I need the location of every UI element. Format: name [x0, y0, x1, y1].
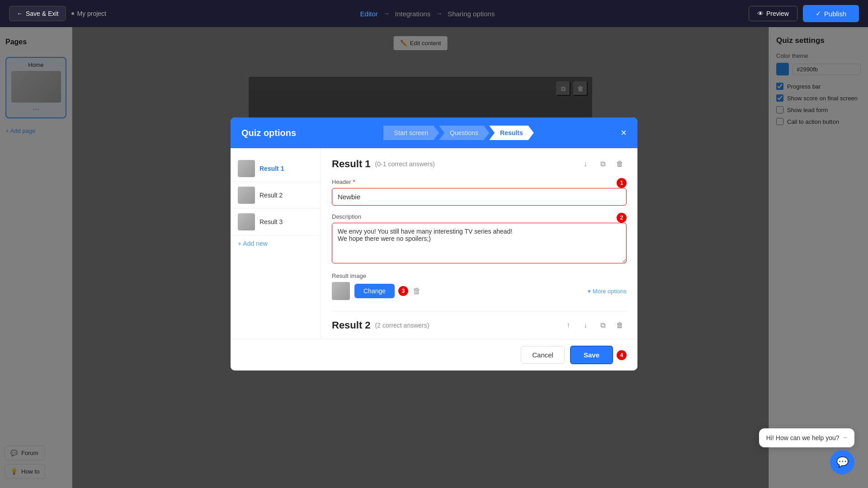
- checkmark-icon: ✓: [816, 9, 821, 18]
- badge-2: 2: [617, 213, 627, 223]
- nav-steps: Editor → Integrations → Sharing options: [360, 10, 495, 18]
- modal-body: Result 1 Result 2 Result 3 + Add new: [231, 148, 637, 339]
- nav-step-editor[interactable]: Editor: [360, 10, 378, 18]
- result-2-section: Result 2 (2 correct answers) ↑ ↓ ⧉ 🗑 Hea…: [332, 311, 627, 339]
- result-2-actions: ↑ ↓ ⧉ 🗑: [561, 319, 627, 332]
- result-item-1[interactable]: Result 1: [231, 155, 321, 182]
- description-label-row: Description 2: [332, 213, 627, 223]
- add-new-result-button[interactable]: + Add new: [231, 235, 321, 252]
- result-item-2[interactable]: Result 2: [231, 182, 321, 209]
- nav-arrow-2: →: [436, 10, 442, 17]
- chat-fab-button[interactable]: 💬: [830, 450, 854, 474]
- result-image-label: Result image: [332, 272, 627, 279]
- result-2-move-up-button[interactable]: ↑: [561, 319, 575, 332]
- nav-step-integrations[interactable]: Integrations: [395, 10, 430, 18]
- result-1-header-field: Header * 1: [332, 178, 627, 206]
- result-1-image-thumb: [332, 282, 350, 300]
- dot-icon: [71, 12, 74, 15]
- result-3-thumbnail: [238, 213, 255, 230]
- result-2-subtitle: (2 correct answers): [375, 322, 429, 329]
- modal-footer: Cancel Save 4: [231, 339, 637, 371]
- modal-step-questions[interactable]: Questions: [439, 126, 489, 140]
- modal-step-results[interactable]: Results: [489, 126, 534, 140]
- result-2-header-row: Result 2 (2 correct answers) ↑ ↓ ⧉ 🗑: [332, 311, 627, 332]
- result-1-section: Result 1 (0-1 correct answers) ↓ ⧉ 🗑 Hea…: [332, 157, 627, 300]
- modal-step-start-screen[interactable]: Start screen: [383, 126, 439, 140]
- project-name: My project: [71, 10, 106, 17]
- result-1-thumb: [332, 282, 350, 300]
- result-1-label: Result 1: [259, 165, 284, 172]
- image-controls-row: Change 3 🗑 ▾ More options: [332, 282, 627, 300]
- result-1-delete-image-button[interactable]: 🗑: [413, 286, 421, 296]
- nav-right: 👁 Preview ✓ Publish: [749, 5, 859, 22]
- result-1-move-down-button[interactable]: ↓: [579, 157, 592, 171]
- chat-bubble: Hi! How can we help you? −: [759, 428, 854, 447]
- result-2-label: Result 2: [259, 192, 283, 199]
- result-1-delete-button[interactable]: 🗑: [613, 157, 627, 171]
- result-1-description-field: Description 2 We envy you! You still hav…: [332, 213, 627, 265]
- header-field-label: Header *: [332, 178, 355, 185]
- nav-step-sharing[interactable]: Sharing options: [448, 10, 495, 18]
- result-1-change-image-button[interactable]: Change: [354, 284, 395, 298]
- badge-3: 3: [398, 286, 408, 296]
- save-button[interactable]: Save: [570, 346, 613, 364]
- result-1-title: Result 1: [332, 158, 371, 170]
- badge-1: 1: [617, 178, 627, 188]
- result-3-label: Result 3: [259, 218, 283, 225]
- modal-title: Quiz options: [241, 128, 296, 138]
- messenger-icon: 💬: [836, 456, 849, 468]
- result-1-subtitle: (0-1 correct answers): [375, 160, 435, 168]
- top-navigation: ← Save & Exit My project Editor → Integr…: [0, 0, 868, 27]
- preview-button[interactable]: 👁 Preview: [749, 6, 797, 21]
- result-3-thumb-image: [238, 213, 255, 230]
- result-2-move-down-button[interactable]: ↓: [579, 319, 592, 332]
- result-2-title: Result 2: [332, 319, 371, 331]
- nav-arrow-1: →: [383, 10, 390, 17]
- result-2-title-group: Result 2 (2 correct answers): [332, 319, 429, 331]
- result-1-title-group: Result 1 (0-1 correct answers): [332, 158, 435, 170]
- result-2-duplicate-button[interactable]: ⧉: [596, 319, 609, 332]
- publish-button[interactable]: ✓ Publish: [803, 5, 859, 22]
- chat-message: Hi! How can we help you?: [766, 434, 840, 441]
- result-1-more-options-button[interactable]: ▾ More options: [588, 288, 627, 295]
- header-label-row: Header * 1: [332, 178, 627, 188]
- result-1-header-row: Result 1 (0-1 correct answers) ↓ ⧉ 🗑: [332, 157, 627, 171]
- result-2-thumbnail: [238, 187, 255, 204]
- modal-results-sidebar: Result 1 Result 2 Result 3 + Add new: [231, 148, 321, 339]
- result-2-thumb-image: [238, 187, 255, 204]
- result-1-image-field: Result image Change 3 🗑 ▾ More options: [332, 272, 627, 300]
- chat-close-button[interactable]: −: [843, 434, 847, 442]
- save-exit-button[interactable]: ← Save & Exit: [9, 6, 66, 21]
- modal-header: Quiz options Start screen Questions Resu…: [231, 117, 637, 148]
- result-1-description-textarea[interactable]: We envy you! You still have many interes…: [332, 223, 627, 263]
- required-star: *: [353, 178, 355, 185]
- modal-close-button[interactable]: ×: [621, 128, 627, 138]
- result-1-header-input[interactable]: [332, 188, 627, 206]
- quiz-options-modal: Quiz options Start screen Questions Resu…: [231, 117, 637, 371]
- result-1-actions: ↓ ⧉ 🗑: [579, 157, 627, 171]
- save-group: Save 4: [570, 346, 627, 364]
- badge-4: 4: [617, 350, 627, 360]
- result-1-duplicate-button[interactable]: ⧉: [596, 157, 609, 171]
- description-field-label: Description: [332, 213, 361, 220]
- back-arrow-icon: ←: [17, 10, 23, 17]
- cancel-button[interactable]: Cancel: [521, 346, 565, 364]
- nav-left: ← Save & Exit My project: [9, 6, 106, 21]
- modal-content: Result 1 (0-1 correct answers) ↓ ⧉ 🗑 Hea…: [321, 148, 637, 339]
- chevron-down-icon: ▾: [588, 288, 591, 295]
- result-1-thumb-image: [238, 160, 255, 177]
- modal-steps: Start screen Questions Results: [383, 126, 534, 140]
- result-2-delete-button[interactable]: 🗑: [613, 319, 627, 332]
- result-1-thumbnail: [238, 160, 255, 177]
- result-item-3[interactable]: Result 3: [231, 209, 321, 235]
- eye-icon: 👁: [757, 10, 764, 17]
- change-btn-group: Change 3: [354, 284, 408, 298]
